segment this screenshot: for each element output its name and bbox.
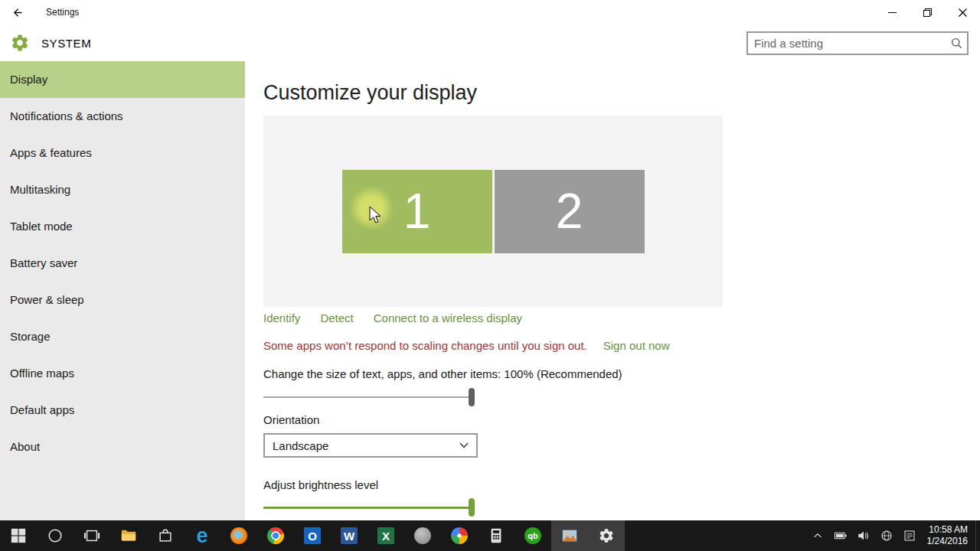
store-bag-icon <box>157 527 174 544</box>
monitor-group: 1 2 <box>342 170 645 253</box>
scaling-warning-text: Some apps won’t respond to scaling chang… <box>263 339 587 352</box>
wireless-display-link[interactable]: Connect to a wireless display <box>374 311 522 324</box>
pinwheel-app-button[interactable] <box>441 520 478 551</box>
close-button[interactable] <box>945 0 980 24</box>
photo-viewer-button[interactable] <box>551 520 588 551</box>
gray-app-button[interactable] <box>404 520 441 551</box>
display-preview: 1 2 <box>263 116 723 307</box>
scale-slider[interactable] <box>263 388 475 406</box>
network-globe-icon[interactable] <box>875 520 898 551</box>
scale-label: Change the size of text, apps, and other… <box>263 367 980 380</box>
sidebar-item-about[interactable]: About <box>0 429 245 465</box>
back-button[interactable] <box>0 0 35 24</box>
outlook-icon: O <box>304 527 321 544</box>
brightness-slider-track[interactable] <box>263 507 475 509</box>
sidebar-item-battery-saver[interactable]: Battery saver <box>0 245 245 282</box>
photo-viewer-icon <box>561 527 578 544</box>
monitor-2[interactable]: 2 <box>495 170 645 253</box>
orientation-dropdown[interactable]: Landscape <box>263 433 478 458</box>
taskbar: e O W X <box>0 520 980 551</box>
word-icon: W <box>341 527 358 544</box>
sidebar-item-notifications[interactable]: Notifications & actions <box>0 98 245 135</box>
chevron-down-icon <box>452 442 476 448</box>
scale-slider-thumb[interactable] <box>469 388 475 406</box>
show-desktop-button[interactable] <box>975 520 980 551</box>
sidebar-item-default-apps[interactable]: Default apps <box>0 392 245 429</box>
orientation-value: Landscape <box>265 439 452 452</box>
brightness-slider[interactable] <box>263 498 475 517</box>
start-button[interactable] <box>0 520 37 551</box>
window-title: Settings <box>46 7 79 18</box>
sidebar-item-offline-maps[interactable]: Offline maps <box>0 355 245 392</box>
search-icon[interactable] <box>946 33 967 54</box>
edge-icon: e <box>196 526 207 546</box>
task-view-button[interactable] <box>74 520 110 551</box>
firefox-icon <box>230 527 247 544</box>
settings-gear-icon <box>10 33 30 53</box>
display-actions: Identify Detect Connect to a wireless di… <box>263 311 723 324</box>
search-input[interactable] <box>748 33 946 54</box>
close-icon <box>959 8 967 17</box>
minimize-icon <box>888 8 897 17</box>
folder-icon <box>120 527 137 544</box>
cortana-circle-icon <box>47 527 64 544</box>
gray-app-icon <box>414 527 431 544</box>
task-view-icon <box>83 527 100 544</box>
monitor-1[interactable]: 1 <box>342 170 492 253</box>
firefox-button[interactable] <box>220 520 257 551</box>
excel-button[interactable]: X <box>368 520 404 551</box>
search-box <box>746 31 969 55</box>
sidebar-item-tablet-mode[interactable]: Tablet mode <box>0 208 245 245</box>
brightness-label: Adjust brightness level <box>263 478 980 491</box>
clock-time: 10:58 AM <box>929 524 968 536</box>
calculator-button[interactable] <box>478 520 514 551</box>
excel-icon: X <box>377 527 394 544</box>
brightness-slider-thumb[interactable] <box>469 498 475 517</box>
sign-out-link[interactable]: Sign out now <box>603 339 670 352</box>
chrome-button[interactable] <box>257 520 294 551</box>
settings-window: Settings SYSTEM Display <box>0 0 980 551</box>
settings-gear-taskbar-icon <box>598 527 615 544</box>
settings-app-button[interactable] <box>588 520 625 551</box>
system-tray: 10:58 AM 1/24/2016 <box>806 520 980 551</box>
scaling-warning-row: Some apps won’t respond to scaling chang… <box>263 339 980 352</box>
orientation-label: Orientation <box>263 413 980 426</box>
cortana-search-button[interactable] <box>37 520 74 551</box>
sidebar: Display Notifications & actions Apps & f… <box>0 61 245 520</box>
edge-button[interactable]: e <box>184 520 220 551</box>
header: SYSTEM <box>0 24 980 61</box>
window-controls <box>874 0 980 24</box>
scale-slider-track[interactable] <box>263 396 475 398</box>
store-button[interactable] <box>147 520 184 551</box>
tray-chevron-up-icon[interactable] <box>806 520 829 551</box>
titlebar: Settings <box>0 0 980 24</box>
sidebar-item-display[interactable]: Display <box>0 61 245 98</box>
back-arrow-icon <box>11 6 24 19</box>
sidebar-item-storage[interactable]: Storage <box>0 318 245 355</box>
battery-icon[interactable] <box>829 520 852 551</box>
taskbar-clock[interactable]: 10:58 AM 1/24/2016 <box>921 520 975 551</box>
sidebar-item-power-sleep[interactable]: Power & sleep <box>0 282 245 318</box>
pinwheel-app-icon <box>451 527 468 544</box>
sidebar-item-apps-features[interactable]: Apps & features <box>0 135 245 171</box>
section-heading: Customize your display <box>263 81 980 105</box>
minimize-button[interactable] <box>874 0 910 24</box>
outlook-button[interactable]: O <box>294 520 331 551</box>
sidebar-item-multitasking[interactable]: Multitasking <box>0 171 245 208</box>
restore-icon <box>923 8 932 17</box>
chrome-icon <box>267 527 284 544</box>
volume-icon[interactable] <box>852 520 875 551</box>
file-explorer-button[interactable] <box>110 520 147 551</box>
quickbooks-button[interactable]: qb <box>514 520 551 551</box>
page-title: SYSTEM <box>41 37 91 50</box>
quickbooks-icon: qb <box>524 527 541 544</box>
content: Display Notifications & actions Apps & f… <box>0 61 980 520</box>
main-panel: Customize your display 1 2 Identify Dete… <box>245 61 980 520</box>
word-button[interactable]: W <box>331 520 368 551</box>
clock-date: 1/24/2016 <box>927 536 968 547</box>
calculator-icon <box>488 527 505 544</box>
action-center-icon[interactable] <box>898 520 921 551</box>
identify-link[interactable]: Identify <box>263 311 300 324</box>
restore-button[interactable] <box>910 0 945 24</box>
detect-link[interactable]: Detect <box>320 311 353 324</box>
